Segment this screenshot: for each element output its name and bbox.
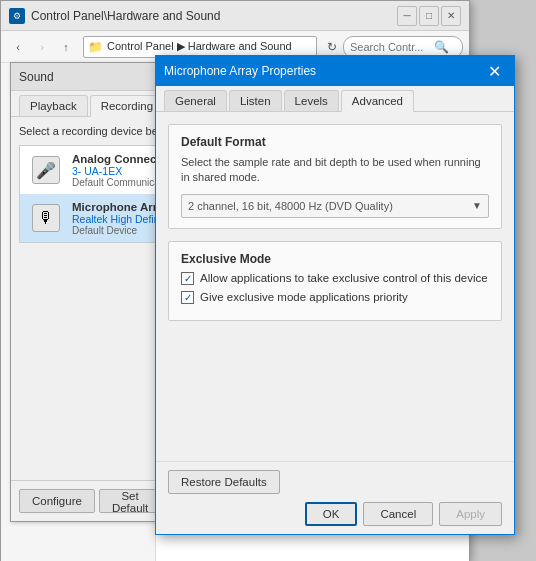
- dialog-action-buttons: OK Cancel Apply: [168, 502, 502, 526]
- microphone-icon: 🎙: [32, 204, 60, 232]
- nav-up-button[interactable]: ↑: [55, 36, 77, 58]
- maximize-button[interactable]: □: [419, 6, 439, 26]
- allow-exclusive-checkbox[interactable]: ✓: [181, 272, 194, 285]
- configure-button[interactable]: Configure: [19, 489, 95, 513]
- set-default-button[interactable]: Set Default: [99, 489, 161, 513]
- refresh-button[interactable]: ↻: [323, 38, 341, 56]
- tab-recording[interactable]: Recording: [90, 95, 164, 117]
- default-format-desc: Select the sample rate and bit depth to …: [181, 155, 489, 186]
- analog-device-icon: 🎤: [28, 152, 64, 188]
- allow-exclusive-label: Allow applications to take exclusive con…: [200, 272, 488, 284]
- exclusive-mode-section: Exclusive Mode ✓ Allow applications to t…: [168, 241, 502, 321]
- microphone-properties-dialog: Microphone Array Properties ✕ General Li…: [155, 55, 515, 535]
- tab-playback[interactable]: Playback: [19, 95, 88, 116]
- microphone-device-icon: 🎙: [28, 200, 64, 236]
- dropdown-arrow-icon: ▼: [472, 200, 482, 211]
- default-format-title: Default Format: [181, 135, 489, 149]
- dialog-tabs: General Listen Levels Advanced: [156, 86, 514, 112]
- dialog-close-button[interactable]: ✕: [482, 59, 506, 83]
- format-dropdown-value: 2 channel, 16 bit, 48000 Hz (DVD Quality…: [188, 200, 393, 212]
- cp-window-title: Control Panel\Hardware and Sound: [31, 9, 397, 23]
- dialog-title: Microphone Array Properties: [164, 64, 482, 78]
- dialog-ok-button[interactable]: OK: [305, 502, 358, 526]
- format-dropdown[interactable]: 2 channel, 16 bit, 48000 Hz (DVD Quality…: [181, 194, 489, 218]
- give-priority-checkbox[interactable]: ✓: [181, 291, 194, 304]
- analog-icon: 🎤: [32, 156, 60, 184]
- tab-listen[interactable]: Listen: [229, 90, 282, 111]
- cp-titlebar: ⚙ Control Panel\Hardware and Sound ─ □ ✕: [1, 1, 469, 31]
- address-path: Control Panel ▶ Hardware and Sound: [107, 40, 292, 53]
- dialog-apply-button[interactable]: Apply: [439, 502, 502, 526]
- give-priority-row: ✓ Give exclusive mode applications prior…: [181, 291, 489, 304]
- address-folder-icon: 📁: [88, 40, 103, 54]
- tab-levels[interactable]: Levels: [284, 90, 339, 111]
- dialog-content: Default Format Select the sample rate an…: [156, 112, 514, 345]
- exclusive-mode-title: Exclusive Mode: [181, 252, 489, 266]
- nav-back-button[interactable]: ‹: [7, 36, 29, 58]
- restore-defaults-button[interactable]: Restore Defaults: [168, 470, 280, 494]
- default-format-section: Default Format Select the sample rate an…: [168, 124, 502, 229]
- nav-forward-button[interactable]: ›: [31, 36, 53, 58]
- search-icon: 🔍: [434, 40, 449, 54]
- dialog-titlebar: Microphone Array Properties ✕: [156, 56, 514, 86]
- dialog-footer: Restore Defaults OK Cancel Apply: [156, 461, 514, 534]
- tab-general[interactable]: General: [164, 90, 227, 111]
- dialog-cancel-button[interactable]: Cancel: [363, 502, 433, 526]
- allow-exclusive-row: ✓ Allow applications to take exclusive c…: [181, 272, 489, 285]
- give-priority-label: Give exclusive mode applications priorit…: [200, 291, 408, 303]
- close-button[interactable]: ✕: [441, 6, 461, 26]
- minimize-button[interactable]: ─: [397, 6, 417, 26]
- sound-panel-title: Sound: [19, 70, 54, 84]
- cp-window-icon: ⚙: [9, 8, 25, 24]
- search-input[interactable]: [350, 41, 430, 53]
- tab-advanced[interactable]: Advanced: [341, 90, 414, 112]
- cp-titlebar-buttons: ─ □ ✕: [397, 6, 461, 26]
